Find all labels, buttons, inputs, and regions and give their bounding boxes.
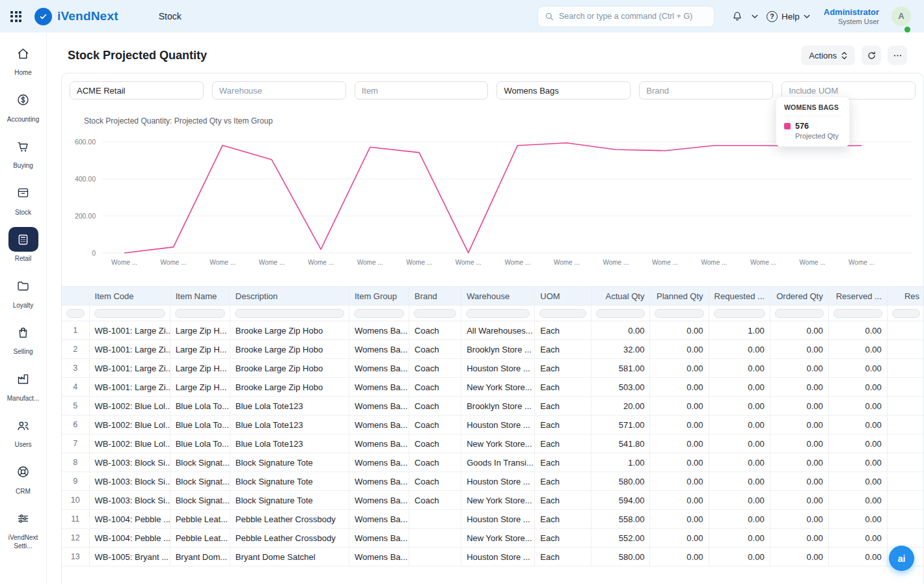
apps-grid-icon[interactable] [10, 11, 21, 22]
search-input[interactable] [559, 12, 707, 21]
sidebar-item-manufact[interactable]: Manufact... [3, 364, 44, 406]
column-header-item-code[interactable]: Item Code [89, 287, 170, 306]
cell-reserved: 0.00 [828, 359, 887, 378]
brand-filter[interactable] [639, 81, 773, 100]
table-row[interactable]: 4WB-1001: Large Zi...Large Zip H...Brook… [62, 378, 924, 397]
column-filter-input[interactable] [775, 309, 824, 318]
column-filter-input[interactable] [66, 309, 85, 318]
sidebar-item-accounting[interactable]: Accounting [3, 85, 44, 127]
table-row[interactable]: 10WB-1003: Block Si...Block Signat...Blo… [62, 491, 924, 510]
table-row[interactable]: 2WB-1001: Large Zi...Large Zip H...Brook… [62, 340, 924, 359]
row-index: 5 [62, 397, 89, 416]
column-header-brand[interactable]: Brand [409, 287, 461, 306]
column-header-actual-qty[interactable]: Actual Qty [591, 287, 650, 306]
column-header-item-group[interactable]: Item Group [349, 287, 409, 306]
cell-reserved: 0.00 [828, 491, 887, 510]
help-menu[interactable]: ? Help [767, 11, 810, 22]
column-filter-input[interactable] [892, 309, 920, 318]
column-filter-input[interactable] [414, 309, 456, 318]
sidebar-item-stock[interactable]: Stock [3, 178, 44, 220]
user-avatar[interactable]: A [891, 7, 911, 26]
refresh-button[interactable] [862, 46, 881, 65]
column-header-item-name[interactable]: Item Name [170, 287, 230, 306]
cell-reserved: 0.00 [828, 548, 887, 566]
cell-ordered-qty: 0.00 [770, 491, 828, 510]
sidebar-item-buying[interactable]: Buying [3, 131, 44, 174]
column-header-description[interactable]: Description [230, 287, 349, 306]
column-header-ordered-qty[interactable]: Ordered Qty [770, 287, 828, 306]
table-row[interactable]: 8WB-1003: Block Si...Block Signat...Bloc… [62, 453, 924, 472]
sidebar-item-selling[interactable]: Selling [3, 317, 44, 360]
cell-item-code: WB-1001: Large Zi... [89, 340, 170, 359]
users-icon [8, 413, 38, 438]
cell-description: Pebble Leather Crossbody [230, 529, 349, 548]
column-filter-input[interactable] [714, 309, 765, 318]
avatar-initial: A [891, 7, 911, 26]
stock-icon [8, 181, 38, 206]
item-filter[interactable] [355, 81, 489, 100]
cell-actual-qty: 20.00 [591, 397, 650, 416]
sidebar-item-ivendnext-setti[interactable]: iVendNext Setti... [3, 503, 44, 553]
cell-planned-qty: 0.00 [650, 416, 709, 434]
global-search[interactable] [537, 6, 714, 27]
column-header-planned-qty[interactable]: Planned Qty [650, 287, 709, 306]
sidebar-item-retail[interactable]: Retail [3, 224, 44, 267]
cell-actual-qty: 503.00 [591, 378, 650, 397]
table-row[interactable]: 13WB-1005: Bryant ...Bryant Dom...Bryant… [62, 548, 924, 566]
company-filter[interactable] [70, 81, 204, 100]
row-index: 11 [62, 510, 89, 529]
sidebar-item-loyalty[interactable]: Loyalty [3, 271, 44, 313]
sidebar-item-crm[interactable]: CRM [3, 457, 44, 499]
cell-item-name: Block Signat... [170, 453, 230, 472]
column-header-requested[interactable]: Requested ... [709, 287, 770, 306]
table-row[interactable]: 6WB-1002: Blue Lol...Blue Lola To...Blue… [62, 416, 924, 434]
column-header-res[interactable]: Res [887, 287, 924, 306]
table-header-row: Item CodeItem NameDescriptionItem GroupB… [62, 287, 924, 306]
column-header-reserved[interactable]: Reserved ... [828, 287, 887, 306]
column-filter-input[interactable] [466, 309, 530, 318]
table-row[interactable]: 12WB-1004: Pebble ...Pebble Leat...Pebbl… [62, 529, 924, 548]
actions-button[interactable]: Actions [801, 46, 855, 65]
table-row[interactable]: 9WB-1003: Block Si...Block Signat...Bloc… [62, 472, 924, 491]
current-app-title: Stock [159, 11, 182, 21]
column-filter-input[interactable] [175, 309, 225, 318]
cell-brand [409, 548, 461, 566]
projected-qty-chart[interactable]: 600.00400.00200.000Wome ...Wome ...Wome … [70, 126, 917, 281]
cell-res [887, 472, 924, 491]
cell-requested: 0.00 [709, 397, 770, 416]
cell-requested: 0.00 [709, 359, 770, 378]
sidebar-item-home[interactable]: Home [3, 38, 44, 81]
chevron-down-icon[interactable] [752, 14, 758, 19]
ivendnext-logo[interactable]: iVendNext [34, 8, 118, 25]
column-filter-input[interactable] [596, 309, 645, 318]
table-row[interactable]: 7WB-1002: Blue Lol...Blue Lola To...Blue… [62, 434, 924, 453]
column-header-uom[interactable]: UOM [535, 287, 591, 306]
ai-assistant-button[interactable]: ai [889, 546, 914, 571]
cell-actual-qty: 580.00 [591, 472, 650, 491]
menu-dots-button[interactable] [888, 46, 907, 65]
column-filter-input[interactable] [655, 309, 703, 318]
cell-description: Brooke Large Zip Hobo [230, 340, 349, 359]
cell-res [887, 510, 924, 529]
warehouse-filter[interactable] [212, 81, 346, 100]
user-menu[interactable]: Administrator System User [824, 7, 879, 25]
column-filter-input[interactable] [235, 309, 344, 318]
column-filter-input[interactable] [354, 309, 404, 318]
item-group-filter[interactable] [496, 81, 631, 100]
notifications-bell-icon[interactable] [731, 10, 743, 22]
column-filter-input[interactable] [94, 309, 165, 318]
column-filter-input[interactable] [539, 309, 586, 318]
table-row[interactable]: 1WB-1001: Large Zi...Large Zip H...Brook… [62, 321, 924, 340]
column-header-warehouse[interactable]: Warehouse [461, 287, 535, 306]
x-axis-label: Wome ... [308, 259, 334, 266]
table-row[interactable]: 11WB-1004: Pebble ...Pebble Leat...Pebbl… [62, 510, 924, 529]
column-filter-input[interactable] [834, 309, 882, 318]
refresh-icon [867, 51, 876, 60]
cell-requested: 0.00 [709, 510, 770, 529]
cell-brand: Coach [409, 359, 461, 378]
chevron-down-icon [804, 14, 810, 19]
table-row[interactable]: 3WB-1001: Large Zi...Large Zip H...Brook… [62, 359, 924, 378]
sidebar-item-users[interactable]: Users [3, 410, 44, 453]
table-row[interactable]: 5WB-1002: Blue Lol...Blue Lola To...Blue… [62, 397, 924, 416]
cell-item-name: Large Zip H... [170, 340, 230, 359]
